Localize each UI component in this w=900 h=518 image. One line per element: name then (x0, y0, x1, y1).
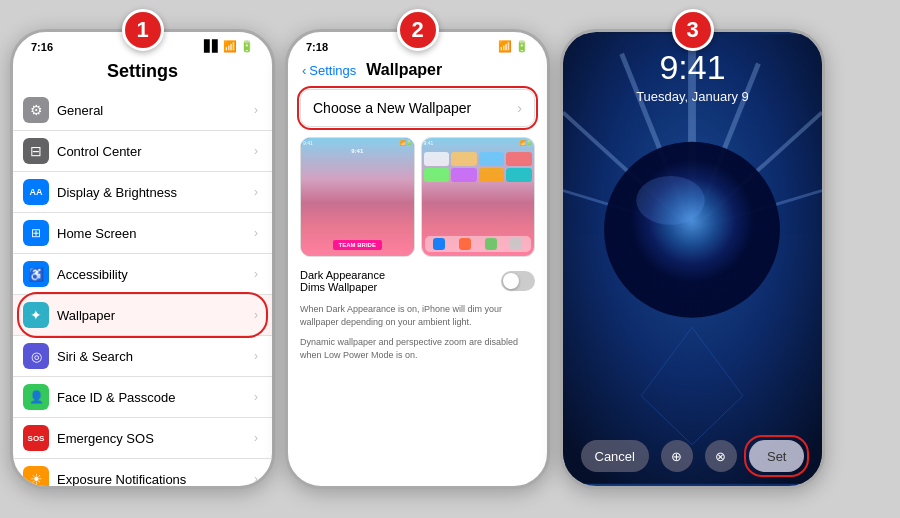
app-icons-grid (424, 152, 533, 182)
settings-item-home[interactable]: ⊞ Home Screen › (13, 213, 272, 254)
wallpaper-nav: ‹ Settings Wallpaper (288, 57, 547, 85)
siri-label: Siri & Search (57, 349, 254, 364)
settings-item-faceid[interactable]: 👤 Face ID & Passcode › (13, 377, 272, 418)
siri-icon: ◎ (23, 343, 49, 369)
display-chevron: › (254, 185, 258, 199)
lock-date: Tuesday, January 9 (563, 89, 822, 104)
set-button[interactable]: Set (749, 440, 805, 472)
faceid-icon: 👤 (23, 384, 49, 410)
signal-bars: ▋▋ (204, 40, 220, 53)
dock (425, 236, 532, 252)
sos-chevron: › (254, 431, 258, 445)
svg-point-8 (604, 142, 780, 318)
back-button[interactable]: ‹ Settings (302, 63, 356, 78)
wallpaper-label: Wallpaper (57, 308, 254, 323)
lock-bottom-bar: Cancel ⊕ ⊗ Set (563, 440, 822, 472)
signal-icons-2: 📶 🔋 (498, 40, 529, 53)
accessibility-label: Accessibility (57, 267, 254, 282)
general-chevron: › (254, 103, 258, 117)
camera-icon-btn[interactable]: ⊕ (661, 440, 693, 472)
dark-dim-desc: When Dark Appearance is on, iPhone will … (288, 299, 547, 332)
wifi-icon: 📶 (223, 40, 237, 53)
screen1-wrapper: 1 7:16 ▋▋ 📶 🔋 Settings ⚙ General › (10, 29, 275, 489)
settings-item-siri[interactable]: ◎ Siri & Search › (13, 336, 272, 377)
lock-screen: 9:41 Tuesday, January 9 Cancel ⊕ ⊗ Set (563, 32, 822, 486)
back-label: Settings (309, 63, 356, 78)
wallpaper-nav-title: Wallpaper (366, 61, 442, 79)
exposure-icon: ☀ (23, 466, 49, 486)
accessibility-chevron: › (254, 267, 258, 281)
settings-item-wallpaper[interactable]: ✦ Wallpaper › (13, 295, 272, 336)
preview-time-lock: 9:41 (351, 148, 363, 154)
team-bride-banner: TEAM BRIDE (333, 240, 382, 250)
settings-item-accessibility[interactable]: ♿ Accessibility › (13, 254, 272, 295)
accessibility-icon: ♿ (23, 261, 49, 287)
choose-label: Choose a New Wallpaper (313, 100, 471, 116)
screen2-wrapper: 2 7:18 📶 🔋 ‹ Settings Wallpaper (285, 29, 550, 489)
choose-chevron: › (517, 100, 522, 116)
settings-phone: 7:16 ▋▋ 📶 🔋 Settings ⚙ General › ⊟ (10, 29, 275, 489)
control-label: Control Center (57, 144, 254, 159)
dynamic-desc: Dynamic wallpaper and perspective zoom a… (288, 332, 547, 365)
settings-item-sos[interactable]: SOS Emergency SOS › (13, 418, 272, 459)
home-preview[interactable]: 9:41📶🔋 (421, 137, 536, 257)
svg-point-9 (636, 176, 704, 225)
home-chevron: › (254, 226, 258, 240)
settings-item-general[interactable]: ⚙ General › (13, 90, 272, 131)
cancel-button[interactable]: Cancel (581, 440, 649, 472)
dark-dim-toggle[interactable] (501, 271, 535, 291)
home-label: Home Screen (57, 226, 254, 241)
settings-item-control[interactable]: ⊟ Control Center › (13, 131, 272, 172)
settings-list: ⚙ General › ⊟ Control Center › AA Displa… (13, 90, 272, 486)
settings-title: Settings (13, 57, 272, 90)
faceid-chevron: › (254, 390, 258, 404)
wifi-2: 📶 (498, 40, 512, 53)
back-chevron: ‹ (302, 63, 306, 78)
battery-icon: 🔋 (240, 40, 254, 53)
display-icon: AA (23, 179, 49, 205)
main-container: 1 7:16 ▋▋ 📶 🔋 Settings ⚙ General › (0, 0, 900, 518)
settings-screen: Settings ⚙ General › ⊟ Control Center › … (13, 57, 272, 486)
dark-dim-labels: Dark Appearance Dims Wallpaper (300, 269, 385, 293)
choose-wallpaper-button[interactable]: Choose a New Wallpaper › (300, 89, 535, 127)
wallpaper-previews: 9:41📶🔋 9:41 TEAM BRIDE 9:41📶 (288, 131, 547, 263)
settings-item-exposure[interactable]: ☀ Exposure Notifications › (13, 459, 272, 486)
exposure-label: Exposure Notifications (57, 472, 254, 487)
lock-preview-content: 9:41📶🔋 9:41 TEAM BRIDE (301, 138, 414, 256)
general-label: General (57, 103, 254, 118)
wallpaper-icon: ✦ (23, 302, 49, 328)
preview-statusbar-home: 9:41📶🔋 (424, 140, 533, 146)
set-circle-highlight (744, 435, 810, 477)
control-chevron: › (254, 144, 258, 158)
photo-bg (301, 138, 414, 256)
time-2: 7:18 (306, 41, 328, 53)
dark-dim-label2: Dims Wallpaper (300, 281, 385, 293)
siri-chevron: › (254, 349, 258, 363)
time-1: 7:16 (31, 41, 53, 53)
lock-time: 9:41 (563, 48, 822, 87)
lock-preview[interactable]: 9:41📶🔋 9:41 TEAM BRIDE (300, 137, 415, 257)
preview-statusbar-lock: 9:41📶🔋 (303, 140, 412, 146)
faceid-label: Face ID & Passcode (57, 390, 254, 405)
sos-icon: SOS (23, 425, 49, 451)
wallpaper-screen: ‹ Settings Wallpaper Choose a New Wallpa… (288, 57, 547, 486)
home-icon: ⊞ (23, 220, 49, 246)
battery-2: 🔋 (515, 40, 529, 53)
exposure-chevron: › (254, 472, 258, 486)
control-icon: ⊟ (23, 138, 49, 164)
step1-badge: 1 (122, 9, 164, 51)
dark-dim-label1: Dark Appearance (300, 269, 385, 281)
lockscreen-phone: 9:41 Tuesday, January 9 Cancel ⊕ ⊗ Set (560, 29, 825, 489)
party-photo: 9:41📶🔋 9:41 TEAM BRIDE (301, 138, 414, 256)
dark-dim-row: Dark Appearance Dims Wallpaper (288, 263, 547, 299)
wallpaper-chevron: › (254, 308, 258, 322)
settings-item-display[interactable]: AA Display & Brightness › (13, 172, 272, 213)
general-icon: ⚙ (23, 97, 49, 123)
sos-label: Emergency SOS (57, 431, 254, 446)
torch-icon-btn[interactable]: ⊗ (705, 440, 737, 472)
step2-badge: 2 (397, 9, 439, 51)
home-preview-content: 9:41📶🔋 (422, 138, 535, 256)
screen3-wrapper: 3 (560, 29, 825, 489)
display-label: Display & Brightness (57, 185, 254, 200)
wallpaper-phone: 7:18 📶 🔋 ‹ Settings Wallpaper Choose a N… (285, 29, 550, 489)
